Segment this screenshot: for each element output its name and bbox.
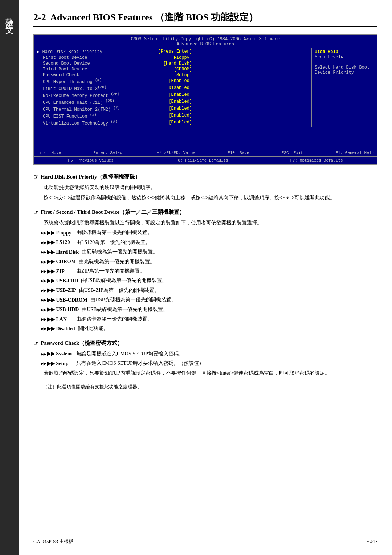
boot-device-intro: 系統會依據此順序搜尋開機裝置以進行開機，可設定的裝置如下，使用者可依欲開機的裝置… bbox=[33, 219, 377, 227]
bios-help-title: Item Help bbox=[315, 49, 374, 54]
bios-value-4: [Setup] bbox=[174, 73, 192, 78]
section-password: Password Check（檢查密碼方式） ▶▶ System 無論是開機或進… bbox=[33, 340, 377, 378]
boot-item-usbcdrom: ▶▶ USB-CDROM 由USB光碟機為第一優先的開機裝置。 bbox=[41, 295, 377, 304]
bios-label-9: CPU Thermal Monitor 2(TM2) (#) bbox=[37, 106, 120, 112]
boot-item-ls120: ▶▶ LS120 由LS120為第一優先的開機裝置。 bbox=[41, 238, 377, 247]
section-hard-disk-title: Hard Disk Boot Priority（選擇開機硬碟） bbox=[33, 174, 377, 180]
sidebar-label: 繁體中文 bbox=[4, 11, 15, 23]
bios-empty-space bbox=[34, 127, 377, 149]
bios-label-0: Hard Disk Boot Priority bbox=[37, 49, 102, 54]
bios-row-9[interactable]: CPU Thermal Monitor 2(TM2) (#) [Enabled] bbox=[37, 106, 192, 113]
boot-item-disabled: ▶▶ Disabled 關閉此功能。 bbox=[41, 324, 377, 333]
boot-item-ls120-desc: 由LS120為第一優先的開機裝置。 bbox=[76, 238, 377, 247]
boot-item-lan: ▶▶ LAN 由網路卡為第一優先的開機裝置。 bbox=[41, 315, 377, 323]
bios-footer-f10: F10: Save bbox=[228, 151, 249, 155]
boot-item-floppy-name: ▶▶ Floppy bbox=[41, 229, 73, 237]
boot-item-usbcdrom-name: ▶▶ USB-CDROM bbox=[41, 296, 87, 305]
boot-item-harddisk-name: ▶▶ Hard Disk bbox=[41, 248, 79, 257]
bios-help-line1: Select Hard Disk Boot bbox=[315, 65, 374, 70]
bios-screen-area: Hard Disk Boot Priority [Press Enter] Fi… bbox=[34, 48, 377, 127]
boot-item-floppy-desc: 由軟碟機為第一優先的開機裝置。 bbox=[76, 228, 377, 237]
boot-item-zip-name: ▶▶ ZIP bbox=[41, 267, 73, 276]
bios-footer-f1: F1: General Help bbox=[335, 151, 374, 155]
boot-item-usbfdd-name: ▶▶ USB-FDD bbox=[41, 277, 78, 285]
para-0-0: 此功能提供您選擇所安裝的硬碟設備的開機順序。 bbox=[33, 183, 377, 192]
boot-item-disabled-name: ▶▶ Disabled bbox=[41, 325, 75, 333]
bios-value-6: [Disabled] bbox=[166, 85, 192, 91]
bios-value-9: [Enabled] bbox=[168, 106, 192, 112]
bios-row-1[interactable]: First Boot Device [Floppy] bbox=[37, 55, 192, 61]
boot-device-list: ▶▶ Floppy 由軟碟機為第一優先的開機裝置。 ▶▶ LS120 由LS12… bbox=[41, 228, 377, 333]
boot-item-usbzip-name: ▶▶ USB-ZIP bbox=[41, 286, 76, 295]
bios-row-7[interactable]: No-Execute Memory Protect (25) [Enabled] bbox=[37, 92, 192, 99]
bios-row-0[interactable]: Hard Disk Boot Priority [Press Enter] bbox=[37, 49, 192, 55]
bios-label-1: First Boot Device bbox=[37, 55, 87, 60]
boot-item-usbzip: ▶▶ USB-ZIP 由USB-ZIP為第一優先的開機裝置。 bbox=[41, 286, 377, 295]
boot-item-usbfdd-desc: 由USB軟碟機為第一優先的開機裝置。 bbox=[81, 276, 377, 285]
bios-header: CMOS Setup Utility-Copyright (C) 1984-20… bbox=[34, 35, 377, 48]
boot-item-usbhdd-name: ▶▶ USB-HDD bbox=[41, 305, 79, 314]
bios-header-line2: Advanced BIOS Features bbox=[34, 42, 377, 47]
bios-label-6: Limit CPUID Max. to 3(25) bbox=[37, 85, 106, 91]
bios-value-5: [Enabled] bbox=[168, 78, 192, 85]
bios-footer-move: ↑↓→←: Move bbox=[37, 151, 61, 155]
password-item-system: ▶▶ System 無論是開機或進入CMOS SETUP均要輸入密碼。 bbox=[41, 350, 377, 358]
main-content: 2-2 Advanced BIOS Features （進階 BIOS 功能設定… bbox=[19, 0, 392, 401]
password-item-system-name: ▶▶ System bbox=[41, 350, 73, 358]
boot-item-floppy: ▶▶ Floppy 由軟碟機為第一優先的開機裝置。 bbox=[41, 228, 377, 237]
bios-footer-f6: F6: Fail-Safe Defaults bbox=[175, 158, 228, 163]
section-boot-device: First / Second / Third Boot Device（第一／二／… bbox=[33, 209, 377, 333]
bios-value-7: [Enabled] bbox=[168, 92, 192, 98]
bios-row-6[interactable]: Limit CPUID Max. to 3(25) [Disabled] bbox=[37, 85, 192, 92]
boot-item-cdrom: ▶▶ CDROM 由光碟機為第一優先的開機裝置。 bbox=[41, 257, 377, 266]
chapter-title: 2-2 Advanced BIOS Features （進階 BIOS 功能設定… bbox=[33, 11, 377, 27]
boot-item-cdrom-desc: 由光碟機為第一優先的開機裝置。 bbox=[79, 257, 377, 266]
bios-footer-value: +/-/PU/PD: Value bbox=[157, 151, 195, 155]
bios-row-10[interactable]: CPU EIST Function (#) [Enabled] bbox=[37, 113, 192, 119]
boot-item-usbfdd: ▶▶ USB-FDD 由USB軟碟機為第一優先的開機裝置。 bbox=[41, 276, 377, 285]
boot-item-usbzip-desc: 由USB-ZIP為第一優先的開機裝置。 bbox=[79, 286, 377, 295]
password-item-list: ▶▶ System 無論是開機或進入CMOS SETUP均要輸入密碼。 ▶▶ S… bbox=[41, 350, 377, 368]
bios-row-2[interactable]: Second Boot Device [Hard Disk] bbox=[37, 61, 192, 66]
boot-item-harddisk-desc: 由硬碟機為第一優先的開機裝置。 bbox=[82, 248, 377, 256]
bios-label-5: CPU Hyper-Threading (#) bbox=[37, 78, 102, 85]
bios-value-1: [Floppy] bbox=[171, 55, 192, 60]
boot-item-usbcdrom-desc: 由USB光碟機為第一優先的開機裝置。 bbox=[90, 295, 377, 304]
bios-rows: Hard Disk Boot Priority [Press Enter] Fi… bbox=[34, 48, 195, 127]
section-hard-disk-body: 此功能提供您選擇所安裝的硬碟設備的開機順序。 按<↑>或<↓>鍵選擇欲作為開機的… bbox=[33, 183, 377, 202]
password-note: 若欲取消密碼設定，只要於SETUP內重新設定密碼時，不要按任何鍵，直接按<Ent… bbox=[33, 369, 377, 378]
annotation: （註）此選項僅開放給有支援此功能之處理器。 bbox=[33, 384, 377, 390]
bios-footer-f7: F7: Optimized Defaults bbox=[290, 158, 343, 163]
boot-item-usbhdd: ▶▶ USB-HDD 由USB硬碟機為第一優先的開機裝置。 bbox=[41, 305, 377, 314]
bios-footer-f5: F5: Previous Values bbox=[68, 158, 113, 163]
bios-label-2: Second Boot Device bbox=[37, 61, 90, 66]
bios-row-11[interactable]: Virtualization Technology (#) [Enabled] bbox=[37, 119, 192, 126]
section-boot-device-body: 系統會依據此順序搜尋開機裝置以進行開機，可設定的裝置如下，使用者可依欲開機的裝置… bbox=[33, 219, 377, 333]
section-hard-disk: Hard Disk Boot Priority（選擇開機硬碟） 此功能提供您選擇… bbox=[33, 174, 377, 202]
section-boot-device-title: First / Second / Third Boot Device（第一／二／… bbox=[33, 209, 377, 216]
footer-bar: GA-945P-S3 主機板 - 34 - bbox=[19, 535, 392, 548]
bios-row-8[interactable]: CPU Enhanced Halt (C1E) (25) [Enabled] bbox=[37, 99, 192, 106]
section-password-body: ▶▶ System 無論是開機或進入CMOS SETUP均要輸入密碼。 ▶▶ S… bbox=[33, 350, 377, 378]
bios-footer2: F5: Previous Values F6: Fail-Safe Defaul… bbox=[34, 156, 377, 164]
bios-main-col: Hard Disk Boot Priority [Press Enter] Fi… bbox=[34, 48, 311, 127]
section-password-title: Password Check（檢查密碼方式） bbox=[33, 340, 377, 347]
boot-item-lan-name: ▶▶ LAN bbox=[41, 315, 73, 324]
bios-row-3[interactable]: Third Boot Device [CDROM] bbox=[37, 66, 192, 72]
boot-item-zip: ▶▶ ZIP 由ZIP為第一優先的開機裝置。 bbox=[41, 267, 377, 276]
bios-label-8: CPU Enhanced Halt (C1E) (25) bbox=[37, 99, 114, 105]
bios-row-4[interactable]: Password Check [Setup] bbox=[37, 72, 192, 78]
bios-label-7: No-Execute Memory Protect (25) bbox=[37, 92, 119, 98]
bios-label-11: Virtualization Technology (#) bbox=[37, 120, 117, 126]
bios-help-menu-level: Menu Level▶ bbox=[315, 54, 374, 60]
boot-item-lan-desc: 由網路卡為第一優先的開機裝置。 bbox=[76, 315, 377, 323]
boot-item-harddisk: ▶▶ Hard Disk 由硬碟機為第一優先的開機裝置。 bbox=[41, 248, 377, 256]
bios-value-8: [Enabled] bbox=[168, 99, 192, 105]
footer-left: GA-945P-S3 主機板 bbox=[33, 538, 73, 545]
bios-label-4: Password Check bbox=[37, 73, 79, 78]
bios-row-5[interactable]: CPU Hyper-Threading (#) [Enabled] bbox=[37, 78, 192, 85]
sidebar: 繁體中文 bbox=[0, 0, 19, 555]
bios-value-10: [Enabled] bbox=[168, 113, 192, 119]
bios-value-11: [Enabled] bbox=[168, 120, 192, 126]
para-0-1: 按<↑>或<↓>鍵選擇欲作為開機的設備，然後按<+>鍵將其向上移，或按<->鍵將… bbox=[33, 193, 377, 202]
